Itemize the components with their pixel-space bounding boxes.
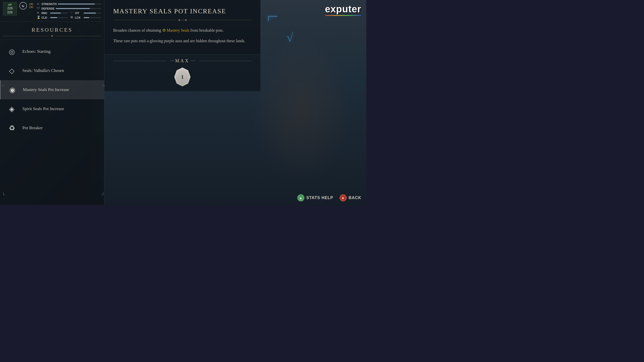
pot-breaker-label: Pot Breaker bbox=[22, 125, 43, 130]
menu-items: ◎ Echoes: Starting ◇ Seals: Valhalla's C… bbox=[0, 39, 104, 140]
seals-icon: ◇ bbox=[6, 65, 17, 76]
rnc-label: RNC bbox=[42, 12, 49, 15]
stats-help-button[interactable]: ▲ STATS HELP bbox=[297, 194, 333, 201]
left-panel: HP 226 226 ☯ 190 190 ⚔ STRENGTH 🛡 bbox=[0, 0, 104, 205]
strength-icon: ⚔ bbox=[37, 2, 40, 6]
defense-icon: 🛡 bbox=[37, 7, 40, 10]
cld-bar-fill bbox=[50, 17, 57, 18]
corner-marker-bl: └ bbox=[2, 192, 5, 198]
mastery-icon: ◉ bbox=[7, 84, 18, 95]
seal-badge-inner: 1 bbox=[176, 69, 189, 85]
rnc-stat: ✕ RNC bbox=[37, 11, 68, 15]
spirit-label: Spirit Seals Pot Increase bbox=[22, 106, 64, 111]
max-section: ~~~ MAX ~~~ 1 bbox=[104, 54, 260, 91]
menu-item-seals[interactable]: ◇ Seals: Valhalla's Chosen bbox=[0, 61, 104, 80]
hp-value-2: 226 bbox=[5, 10, 15, 14]
defense-bar-fill bbox=[56, 8, 90, 9]
max-header: ~~~ MAX ~~~ bbox=[113, 58, 252, 64]
cld-label: CLD bbox=[42, 16, 49, 19]
exputer-logo: exputer bbox=[325, 4, 361, 16]
menu-item-echoes[interactable]: ◎ Echoes: Starting bbox=[0, 42, 104, 61]
stats-help-label: STATS HELP bbox=[306, 196, 333, 200]
stats-help-circle: ▲ bbox=[297, 194, 304, 201]
gear-icon: ⚙ bbox=[162, 27, 166, 34]
lck-stat: ⌘ LCK bbox=[70, 16, 101, 19]
menu-item-mastery[interactable]: ◉ Mastery Seals Pot Increase bbox=[0, 80, 104, 99]
vit-bar bbox=[84, 13, 101, 14]
seals-label: Seals: Valhalla's Chosen bbox=[22, 68, 64, 73]
resources-title: RESOURCES bbox=[0, 27, 104, 33]
vit-bar-fill bbox=[84, 13, 96, 14]
lck-label: LCK bbox=[75, 16, 83, 19]
back-label: BACK bbox=[349, 196, 361, 200]
defense-stat: 🛡 DEFENSE bbox=[37, 7, 101, 10]
echoes-label: Echoes: Starting bbox=[22, 49, 51, 54]
cooldown-icon: ☯ bbox=[19, 2, 27, 10]
right-panel: MASTERY SEALS POT INCREASE ◆ ◇ ◆ Broaden… bbox=[104, 0, 260, 205]
back-circle: ● bbox=[340, 194, 347, 201]
detail-panel: MASTERY SEALS POT INCREASE ◆ ◇ ◆ Broaden… bbox=[104, 0, 260, 54]
mastery-seals-highlight: Mastery Seals bbox=[167, 28, 189, 32]
strength-stat: ⚔ STRENGTH bbox=[37, 2, 101, 6]
desc-text-after: from breakable pots. bbox=[189, 28, 224, 32]
vit-stat: ♡ VIT bbox=[70, 11, 101, 15]
divider-line-left bbox=[113, 20, 176, 20]
detail-divider: ◆ ◇ ◆ bbox=[113, 18, 252, 22]
strength-label: STRENGTH bbox=[42, 3, 57, 6]
defense-label: DEFENSE bbox=[42, 7, 55, 10]
stats-right: ⚔ STRENGTH 🛡 DEFENSE ✕ RNC bbox=[37, 2, 101, 19]
lck-icon: ⌘ bbox=[70, 16, 74, 19]
detail-title: MASTERY SEALS POT INCREASE bbox=[113, 8, 252, 15]
max-header-line-left bbox=[113, 61, 166, 61]
cld-icon: ⌛ bbox=[37, 16, 40, 19]
description-paragraph-1: Broaden chances of obtaining ⚙ Mastery S… bbox=[113, 27, 252, 34]
strength-bar bbox=[58, 4, 101, 5]
hp-value-1: 226 bbox=[5, 6, 15, 10]
rnc-vit-row: ✕ RNC ♡ VIT bbox=[37, 11, 101, 15]
hp-label: HP bbox=[5, 3, 15, 6]
max-header-line-right bbox=[198, 61, 252, 61]
rnc-bar-fill bbox=[50, 13, 61, 14]
vit-icon: ♡ bbox=[70, 11, 74, 15]
stats-bar: HP 226 226 ☯ 190 190 ⚔ STRENGTH 🛡 bbox=[0, 0, 104, 22]
seal-number: 1 bbox=[181, 74, 184, 80]
back-button[interactable]: ● BACK bbox=[340, 194, 361, 201]
max-label: MAX bbox=[175, 58, 190, 64]
pot-breaker-icon: ♻ bbox=[6, 122, 17, 133]
hp-box: HP 226 226 bbox=[3, 2, 17, 15]
lck-bar-fill bbox=[84, 17, 89, 18]
bottom-hud: ▲ STATS HELP ● BACK bbox=[297, 194, 361, 201]
seal-badge: 1 bbox=[174, 67, 191, 86]
description-paragraph-2: These rare pots emit a glowing purple au… bbox=[113, 37, 252, 44]
resources-section: RESOURCES bbox=[0, 22, 104, 39]
divider-line-right bbox=[189, 20, 252, 20]
rnc-icon: ✕ bbox=[37, 11, 40, 15]
back-icon: ● bbox=[342, 196, 344, 200]
defense-bar bbox=[56, 8, 101, 9]
lck-bar bbox=[84, 17, 101, 18]
detail-description: Broaden chances of obtaining ⚙ Mastery S… bbox=[113, 27, 252, 44]
stats-help-icon: ▲ bbox=[299, 196, 303, 200]
strength-bar-fill bbox=[58, 4, 95, 5]
cld-stat: ⌛ CLD bbox=[37, 16, 68, 19]
menu-item-pot-breaker[interactable]: ♻ Pot Breaker bbox=[0, 118, 104, 138]
menu-item-spirit[interactable]: ◈ Spirit Seals Pot Increase bbox=[0, 99, 104, 118]
ornament-squiggle-right: ~~~ bbox=[191, 59, 195, 63]
divider-diamond bbox=[51, 35, 53, 37]
cld-bar bbox=[50, 17, 68, 18]
character-silhouette bbox=[251, 34, 351, 185]
max-header-ornament: ~~~ MAX ~~~ bbox=[166, 58, 198, 64]
divider-center: ◆ ◇ ◆ bbox=[176, 18, 189, 22]
vit-label: VIT bbox=[75, 12, 83, 15]
ornament-squiggle-left: ~~~ bbox=[170, 59, 174, 63]
mastery-label: Mastery Seals Pot Increase bbox=[23, 87, 69, 92]
spirit-icon: ◈ bbox=[6, 103, 17, 114]
cld-lck-row: ⌛ CLD ⌘ LCK bbox=[37, 16, 101, 19]
rnc-bar bbox=[50, 13, 68, 14]
resources-divider bbox=[0, 35, 104, 37]
echoes-icon: ◎ bbox=[6, 46, 17, 57]
desc-text-before: Broaden chances of obtaining bbox=[113, 28, 162, 32]
rune-mark-1: ⌐ bbox=[267, 5, 278, 28]
